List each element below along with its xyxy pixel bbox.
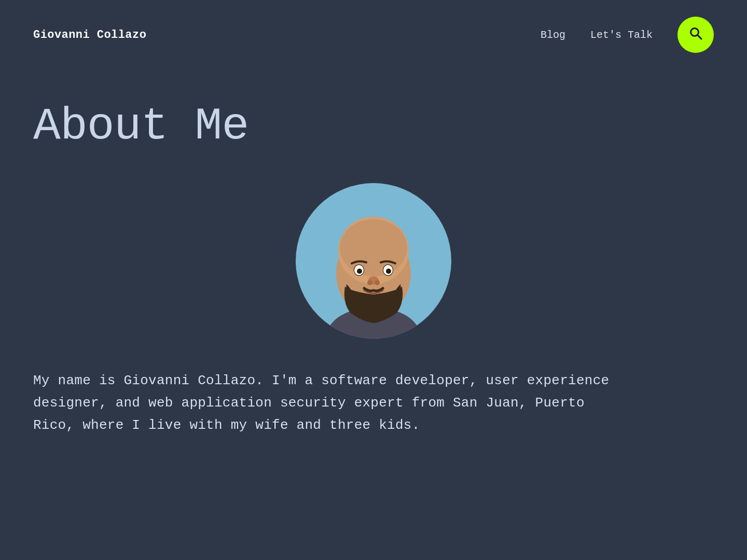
bio-paragraph: My name is Giovanni Collazo. I'm a softw…: [33, 370, 630, 437]
site-header: Giovanni Collazo Blog Let's Talk: [0, 0, 747, 69]
main-content: About Me: [0, 69, 747, 437]
avatar: [296, 183, 451, 339]
svg-point-6: [340, 219, 407, 276]
search-icon: [688, 26, 703, 44]
avatar-container: [33, 183, 714, 339]
svg-point-11: [357, 269, 362, 274]
site-title: Giovanni Collazo: [33, 29, 146, 41]
svg-point-15: [375, 280, 380, 285]
page-title: About Me: [33, 101, 714, 152]
svg-point-12: [386, 269, 391, 274]
search-button[interactable]: [677, 17, 714, 53]
main-nav: Blog Let's Talk: [541, 17, 714, 53]
svg-line-1: [698, 35, 701, 38]
nav-blog-link[interactable]: Blog: [541, 29, 565, 41]
nav-talk-link[interactable]: Let's Talk: [590, 29, 653, 41]
svg-point-14: [367, 280, 372, 285]
avatar-image: [296, 183, 451, 339]
